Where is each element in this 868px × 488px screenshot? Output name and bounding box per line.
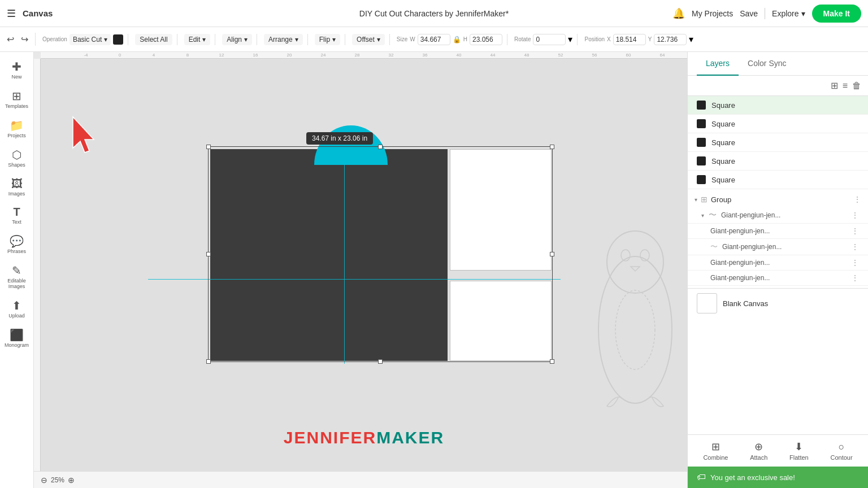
sidebar-item-new[interactable]: ✚ New [2,56,32,84]
bell-icon[interactable]: 🔔 [672,7,685,20]
crosshair-horizontal [148,279,561,280]
layer-color [697,156,706,165]
sub-layer-name-2: Giant-pengiun-jen... [710,227,770,235]
sub-options-icon[interactable]: ⋮ [851,242,859,251]
zoom-out-button[interactable]: ⊖ [41,476,47,485]
y-input[interactable] [654,34,687,45]
phrases-label: Phrases [7,249,26,255]
my-projects-button[interactable]: My Projects [692,9,733,18]
ruler-top: -4 0 4 8 12 16 20 24 28 32 36 40 44 48 5… [41,52,687,59]
tab-color-sync[interactable]: Color Sync [739,52,795,76]
sub-options-icon[interactable]: ⋮ [851,273,859,282]
combine-button[interactable]: ⊞ Combine [703,441,728,461]
layer-sub-item[interactable]: Giant-pengiun-jen... ⋮ [688,271,868,286]
layer-group-header[interactable]: ▾ ⊞ Group ⋮ [688,191,868,207]
ruler-left [34,59,41,488]
zoom-in-button[interactable]: ⊕ [68,476,75,485]
document-title: DIY Cut Out Characters by JenniferMaker* [359,9,509,18]
blank-canvas-row[interactable]: Blank Canvas [688,288,868,318]
shape-teal[interactable] [314,125,388,165]
flatten-button[interactable]: ⬇ Flatten [789,441,809,461]
sub-group-icon: 〜 [709,210,717,220]
width-input[interactable] [418,34,450,45]
sale-icon: 🏷 [697,472,706,482]
canvas-area[interactable]: -4 0 4 8 12 16 20 24 28 32 36 40 44 48 5… [34,52,687,488]
edit-button[interactable]: Edit ▾ [184,34,211,45]
handle-tl[interactable] [206,145,211,149]
save-button[interactable]: Save [740,9,758,18]
sub-options-icon[interactable]: ⋮ [851,226,859,236]
width-label: W [410,36,415,42]
panel-delete-icon[interactable]: 🗑 [852,81,861,91]
select-all-button[interactable]: Select All [135,34,172,45]
svg-point-0 [598,256,672,403]
lock-icon[interactable]: 🔒 [453,36,461,43]
layer-sub-item[interactable]: 〜 Giant-pengiun-jen... ⋮ [688,239,868,255]
shape-dark-main[interactable] [210,149,448,361]
shape-white-br[interactable] [450,281,552,361]
layer-item[interactable]: Square [688,152,868,171]
explore-button[interactable]: Explore ▾ [772,9,805,18]
combine-label: Combine [703,454,728,461]
offset-button[interactable]: Offset ▾ [352,34,385,45]
sub-options-icon[interactable]: ⋮ [851,211,859,220]
top-bar: ☰ Canvas DIY Cut Out Characters by Jenni… [0,0,868,27]
canvas-content[interactable]: 34.67 in x 23.06 in [41,59,687,471]
sidebar-item-shapes[interactable]: ⬡ Shapes [2,145,32,172]
sub-chevron-icon: ▾ [701,212,704,219]
sidebar-item-text[interactable]: T Text [2,202,32,229]
select-all-group: Select All [135,34,177,45]
contour-button[interactable]: ○ Contour [830,441,852,461]
sidebar-item-monogram[interactable]: ⬛ Monogram [2,325,32,352]
color-swatch[interactable] [113,34,123,45]
tab-layers[interactable]: Layers [697,52,739,76]
right-panel: Layers Color Sync ⊞ ≡ 🗑 Square Square Sq… [687,52,868,488]
sub-options-icon[interactable]: ⋮ [851,258,859,267]
align-button[interactable]: Align ▾ [222,34,252,45]
arrange-button[interactable]: Arrange ▾ [264,34,303,45]
layer-item[interactable]: Square [688,96,868,115]
contour-icon: ○ [839,441,845,453]
redo-button[interactable]: ↪ [19,33,31,46]
layer-name: Square [711,176,859,184]
make-it-button[interactable]: Make It [812,5,861,23]
undo-button[interactable]: ↩ [5,33,16,46]
layer-sub-item[interactable]: Giant-pengiun-jen... ⋮ [688,255,868,271]
sidebar-item-editable-images[interactable]: ✎ Editable Images [2,260,32,293]
handle-tr[interactable] [550,145,554,149]
text-label: Text [12,220,21,225]
y-label: Y [648,36,652,42]
attach-button[interactable]: ⊕ Attach [750,441,767,461]
group-label: Group [711,195,731,204]
sidebar-item-templates[interactable]: ⊞ Templates [2,86,32,113]
panel-header-icons: ⊞ ≡ 🗑 [688,76,868,96]
layer-name: Square [711,101,859,110]
group-options-icon[interactable]: ⋮ [853,195,861,204]
height-input[interactable] [470,34,502,45]
flatten-label: Flatten [789,454,809,461]
layer-sub-item[interactable]: ▾ 〜 Giant-pengiun-jen... ⋮ [688,207,868,224]
x-label: X [607,36,611,42]
layer-item[interactable]: Square [688,133,868,152]
sidebar-item-projects[interactable]: 📁 Projects [2,115,32,142]
panel-list-icon[interactable]: ≡ [843,81,848,91]
hamburger-icon[interactable]: ☰ [7,7,16,20]
sidebar-item-upload[interactable]: ⬆ Upload [2,295,32,323]
sidebar-item-phrases[interactable]: 💬 Phrases [2,231,32,258]
flip-button[interactable]: Flip ▾ [315,34,340,45]
sidebar-item-images[interactable]: 🖼 Images [2,174,32,201]
layer-group: ▾ ⊞ Group ⋮ ▾ 〜 Giant-pengiun-jen... ⋮ G… [688,189,868,288]
layer-sub-item[interactable]: Giant-pengiun-jen... ⋮ [688,224,868,239]
layer-item[interactable]: Square [688,115,868,133]
layer-name: Square [711,157,859,165]
operation-select[interactable]: Basic Cut ▾ [70,34,111,45]
images-label: Images [8,191,25,197]
shape-white-tr[interactable] [450,149,552,271]
x-input[interactable] [613,34,646,45]
rotate-input[interactable] [533,34,566,45]
panel-grid-icon[interactable]: ⊞ [831,80,838,91]
templates-label: Templates [5,104,28,110]
layer-item[interactable]: Square [688,171,868,189]
canvas-label[interactable]: Canvas [23,8,53,18]
new-icon: ✚ [12,60,21,73]
